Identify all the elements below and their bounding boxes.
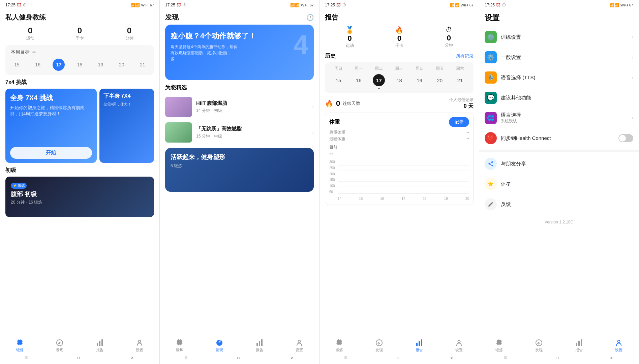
sport-icon: 🏅 [345,26,354,34]
sys-menu-2[interactable]: ≡ [184,355,187,361]
nav-workout-1[interactable]: 锻炼 [16,339,24,353]
day-15[interactable]: 15 [11,59,23,71]
cal-day-15[interactable]: 15 [332,74,344,86]
sys-back-3[interactable]: ＜ [449,355,454,362]
nav-report-label-2: 报告 [256,347,263,353]
workout-name-2: 「无跳跃」高效燃脂 [196,126,308,132]
cal-day-20[interactable]: 20 [434,74,446,86]
nav-workout-icon-3 [335,339,343,347]
cal-day-21[interactable]: 21 [454,74,466,86]
settings-title: 设置 [479,10,639,27]
day-19[interactable]: 19 [95,59,107,71]
settings-feedback[interactable]: 反馈 [479,194,639,214]
lightning-badge: ⚡ 锻炼 [11,183,27,189]
health-toggle[interactable] [618,134,633,142]
report-stat-kcal: 🔥 0 千卡 [395,26,403,49]
feedback-title: 反馈 [501,201,633,208]
status-time-2: 17:25 ⏰ ☉ [165,3,186,7]
nav-settings-4[interactable]: 设置 [615,339,623,353]
sys-menu-3[interactable]: ≡ [344,355,347,361]
challenge-card-full[interactable]: 全身 7X4 挑战 开始你的塑身之旅，精准锻炼所有肌肉群，用4周打造梦想身材！ … [5,89,97,163]
challenge-start-btn[interactable]: 开始 [10,147,92,159]
workout-item-1[interactable]: HIIT 腹部燃脂 14 分钟・初级 › [160,94,319,120]
sys-home-2[interactable]: ○ [237,355,240,361]
nav-report-4[interactable]: 报告 [575,339,583,353]
status-time-3: 17:25 ⏰ ☉ [325,3,346,7]
settings-tts[interactable]: 🎙️ 语音选择 (TTS) › [479,67,639,88]
day-17-today[interactable]: 17 [53,59,65,71]
settings-health[interactable]: ❤️ 同步到Health Connect [479,128,639,148]
featured-card[interactable]: 瘦小腹？4个动作就够了！ 每天坚持这4个简单的腹部动作，帮你有效燃烧腹部脂肪、减… [165,25,314,80]
nav-report-1[interactable]: 报告 [96,339,104,353]
stat-num-kcal: 0 [55,26,104,35]
training-text: 训练设置 [501,34,628,40]
nav-report-label-4: 报告 [575,347,583,353]
share-icon-box [485,158,497,170]
settings-training[interactable]: ⚙️ 训练设置 › [479,27,639,47]
settings-language[interactable]: 🌐 语言选择 系统默认 › [479,108,639,128]
sys-home-1[interactable]: ○ [77,355,80,361]
active-card-section: 活跃起来，健身塑形 5 锻炼 [165,148,314,192]
settings-share[interactable]: 与朋友分享 [479,154,639,174]
nav-discovery-2[interactable]: 发现 [215,339,223,353]
cal-day-19[interactable]: 19 [414,74,426,86]
cal-day-17[interactable]: 17 [373,74,385,86]
settings-suggest[interactable]: 💬 建议其他功能 [479,88,639,108]
nav-discovery-3[interactable]: 发现 [375,339,383,353]
cal-day-18[interactable]: 18 [393,74,405,86]
day-18[interactable]: 18 [73,59,86,71]
workout-thumb-2 [165,122,192,143]
discovery-scroll: 瘦小腹？4个动作就够了！ 每天坚持这4个简单的腹部动作，帮你有效燃烧腹部脂肪、减… [160,23,319,364]
history-btn[interactable]: 🕐 [306,14,314,21]
nav-workout-2[interactable]: 锻炼 [176,339,184,353]
edit-week-icon[interactable]: ✏ [32,50,36,55]
nav-report-3[interactable]: 报告 [415,339,423,353]
nav-settings-3[interactable]: 设置 [455,339,463,353]
language-icon-box: 🌐 [485,112,497,124]
nav-discovery-1[interactable]: 发现 [56,339,64,353]
sys-home-4[interactable]: ○ [556,355,559,361]
day-20[interactable]: 20 [116,59,128,71]
settings-secondary-list: 与朋友分享 评星 反馈 [479,154,639,214]
sys-back-4[interactable]: ＜ [609,355,614,362]
challenge-card-lower-sub: 仅需4周，体力！ [103,102,150,107]
sys-menu-4[interactable]: ≡ [504,355,507,361]
cal-day-16[interactable]: 16 [353,74,365,86]
report-label-sport: 运动 [345,43,354,49]
workout-item-2[interactable]: 「无跳跃」高效燃脂 15 分钟・中级 › [160,120,319,145]
nav-discovery-icon-3 [375,339,383,347]
day-16[interactable]: 16 [32,59,44,71]
nav-workout-4[interactable]: 锻炼 [495,339,503,353]
settings-general[interactable]: ⚙️ 一般设置 › [479,47,639,67]
svg-rect-1 [99,341,100,346]
challenge-card-lower-title: 下半身 7X4 [103,93,150,100]
sys-back-2[interactable]: ＜ [289,355,295,362]
beginner-card-sub: 20 分钟・16 锻炼 [11,200,149,205]
challenge-card-lower[interactable]: 下半身 7X4 仅需4周，体力！ [99,89,154,163]
nav-discovery-icon-4 [535,339,543,347]
beginner-card[interactable]: ⚡ 锻炼 腹部 初级 20 分钟・16 锻炼 [5,177,154,217]
sys-back-1[interactable]: ＜ [129,355,135,362]
settings-rate[interactable]: 评星 [479,174,639,194]
beginner-section: 初级 ⚡ 锻炼 腹部 初级 20 分钟・16 锻炼 [0,165,159,218]
nav-discovery-4[interactable]: 发现 [535,339,543,353]
svg-rect-14 [416,343,418,346]
nav-report-2[interactable]: 报告 [255,339,264,353]
nav-settings-1[interactable]: 设置 [135,339,144,353]
all-records-btn[interactable]: 所有记录 [456,53,474,59]
nav-settings-icon-4 [615,339,623,347]
nav-settings-2[interactable]: 设置 [295,339,303,353]
general-icon-box: ⚙️ [485,51,497,63]
report-scroll: 报告 🏅 0 运动 🔥 0 千卡 ⏱ 0 分钟 历史 所有记录 [320,10,479,364]
active-card[interactable]: 活跃起来，健身塑形 5 锻炼 [165,148,314,192]
tts-icon: 🎙️ [487,74,494,81]
record-weight-btn[interactable]: 记录 [449,117,469,127]
sys-menu-1[interactable]: ≡ [25,355,28,361]
day-21[interactable]: 21 [136,59,149,71]
sys-home-3[interactable]: ○ [396,355,400,361]
svg-rect-5 [256,343,258,346]
svg-rect-19 [578,341,580,346]
nav-workout-3[interactable]: 锻炼 [335,339,343,353]
week-goal-section: 本周目标 ✏ 15 16 17 18 19 20 21 [5,45,154,75]
settings-scroll: 设置 ⚙️ 训练设置 › ⚙️ 一般设置 › [479,10,639,364]
